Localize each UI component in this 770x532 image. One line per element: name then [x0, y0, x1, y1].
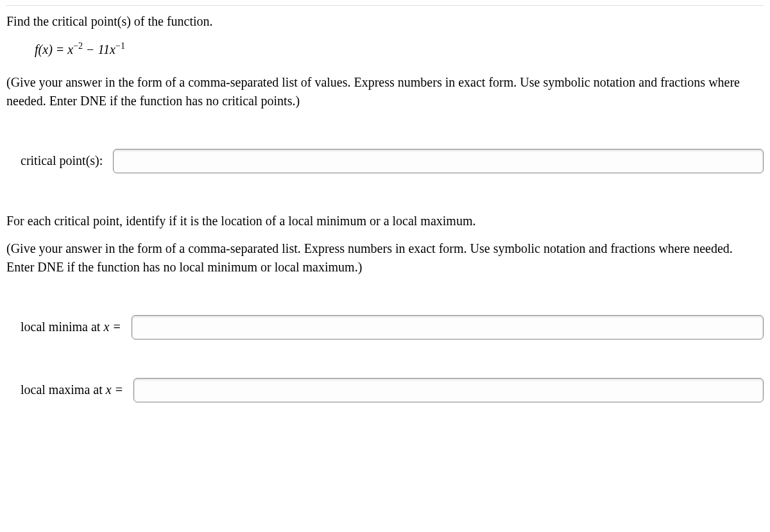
critical-points-row: critical point(s): [21, 149, 764, 173]
identify-extrema-prompt: For each critical point, identify if it … [6, 212, 764, 230]
function-equation: f(x) = x−2 − 11x−1 [35, 40, 764, 59]
x-equals-text: x = [106, 382, 123, 397]
local-minima-input[interactable] [132, 315, 764, 339]
critical-points-input[interactable] [113, 149, 764, 173]
answer-instructions-2: (Give your answer in the form of a comma… [6, 239, 764, 277]
x-equals-text: x = [103, 320, 121, 334]
local-maxima-row: local maxima at x = [21, 378, 764, 402]
question-prompt: Find the critical point(s) of the functi… [6, 12, 764, 31]
local-minima-label-text: local minima at [21, 320, 103, 334]
local-maxima-label-text: local maxima at [21, 382, 106, 397]
local-maxima-input[interactable] [133, 378, 764, 402]
local-minima-row: local minima at x = [21, 315, 764, 339]
answer-instructions-1: (Give your answer in the form of a comma… [6, 73, 764, 110]
critical-points-label: critical point(s): [21, 151, 103, 170]
divider [6, 5, 764, 6]
local-minima-label: local minima at x = [21, 318, 121, 336]
local-maxima-label: local maxima at x = [21, 381, 123, 399]
